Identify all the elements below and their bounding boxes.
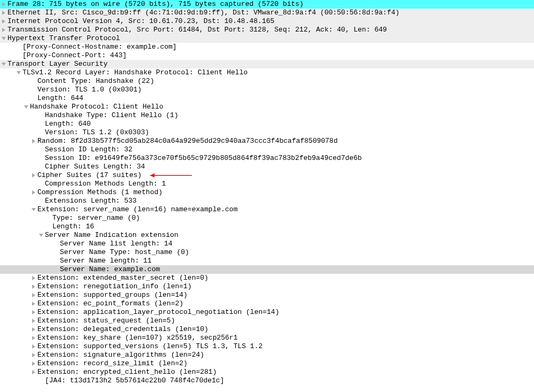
tree-row[interactable]: Transmission Control Protocol, Src Port:… (0, 26, 534, 34)
expand-icon[interactable] (30, 139, 37, 143)
expand-icon[interactable] (0, 11, 7, 15)
expand-icon[interactable] (0, 19, 7, 24)
tree-row-label: Random: 8f2d33b577f5cd05ab284c0a64a929e5… (37, 137, 338, 145)
tree-row-label: Server Name: example.com (60, 265, 160, 274)
tree-row[interactable]: Extension: status_request (len=5) (0, 317, 534, 325)
collapse-icon[interactable] (37, 233, 45, 237)
tree-row[interactable]: Server Name Type: host_name (0) (0, 248, 534, 257)
tree-row-label: Extension: application_layer_protocol_ne… (37, 308, 279, 317)
tree-row[interactable]: Compression Methods Length: 1 (0, 180, 534, 188)
tree-row-label: Extension: key_share (len=107) x25519, s… (37, 334, 237, 342)
tree-row[interactable]: Extension: encrypted_client_hello (len=2… (0, 368, 534, 376)
tree-row[interactable]: [Proxy-Connect-Hostname: example.com] (0, 43, 534, 51)
tree-row-label: Extension: extended_master_secret (len=0… (37, 274, 208, 282)
tree-row[interactable]: Extension: key_share (len=107) x25519, s… (0, 334, 534, 342)
tree-row[interactable]: Length: 16 (0, 222, 534, 231)
tree-row[interactable]: Version: TLS 1.2 (0x0303) (0, 128, 534, 137)
tree-row[interactable]: Extension: supported_versions (len=5) TL… (0, 342, 534, 351)
tree-row[interactable]: Session ID Length: 32 (0, 145, 534, 154)
tree-row-label: Extension: server_name (len=16) name=exa… (37, 205, 237, 214)
tree-row[interactable]: TLSv1.2 Record Layer: Handshake Protocol… (0, 68, 534, 77)
cipher-suites-row[interactable]: Cipher Suites (17 suites) (0, 171, 534, 180)
tree-row-label: Hypertext Transfer Protocol (7, 34, 120, 43)
tree-row-label: Ethernet II, Src: Cisco_9d:b9:ff (4c:71:… (7, 9, 399, 17)
tree-row-label: Version: TLS 1.2 (0x0303) (45, 128, 149, 137)
tree-row-label: [JA4: t13d1713h2 5b57614c22b0 748f4c70de… (45, 376, 224, 385)
tree-row-label: Compression Methods Length: 1 (45, 180, 166, 188)
tree-row[interactable]: Internet Protocol Version 4, Src: 10.61.… (0, 17, 534, 26)
tree-row[interactable]: Extension: supported_groups (len=14) (0, 291, 534, 299)
tree-row[interactable]: Extensions Length: 533 (0, 197, 534, 205)
tree-row[interactable]: Hypertext Transfer Protocol (0, 34, 534, 43)
expand-icon[interactable] (30, 190, 37, 195)
tree-row[interactable]: Content Type: Handshake (22) (0, 77, 534, 86)
expand-icon[interactable] (0, 28, 7, 32)
collapse-icon[interactable] (0, 36, 7, 41)
expand-icon[interactable] (30, 293, 37, 297)
tree-row[interactable]: Handshake Protocol: Client Hello (0, 103, 534, 111)
expand-icon[interactable] (30, 370, 37, 374)
collapse-icon[interactable] (0, 62, 7, 66)
tree-row[interactable]: Server Name length: 11 (0, 257, 534, 265)
tree-row-label: Transport Layer Security (7, 60, 107, 68)
expand-icon[interactable] (30, 285, 37, 289)
tree-row[interactable]: Version: TLS 1.0 (0x0301) (0, 86, 534, 94)
tree-row[interactable]: Extension: delegated_credentials (len=10… (0, 325, 534, 334)
tree-row[interactable]: Length: 644 (0, 94, 534, 103)
tree-row-label: Transmission Control Protocol, Src Port:… (7, 26, 387, 34)
tree-row[interactable]: Frame 28: 715 bytes on wire (5720 bits),… (0, 0, 534, 9)
tree-row[interactable]: Session ID: e91649fe756a373ce70f5b65c972… (0, 154, 534, 163)
tree-row[interactable]: Ethernet II, Src: Cisco_9d:b9:ff (4c:71:… (0, 9, 534, 17)
tree-row-label: Extensions Length: 533 (45, 197, 137, 205)
tree-row-label: Length: 644 (37, 94, 83, 103)
server-name-value-row[interactable]: Server Name: example.com (0, 265, 534, 274)
tree-row[interactable]: Extension: application_layer_protocol_ne… (0, 308, 534, 317)
tree-row-label: Server Name list length: 14 (60, 240, 173, 248)
expand-icon[interactable] (30, 353, 37, 357)
collapse-icon[interactable] (30, 207, 37, 212)
expand-icon[interactable] (30, 327, 37, 332)
tree-row-label: [Proxy-Connect-Hostname: example.com] (22, 43, 177, 51)
tree-row-label: Extension: supported_versions (len=5) TL… (37, 342, 262, 351)
expand-icon[interactable] (30, 344, 37, 349)
collapse-icon[interactable] (15, 71, 22, 75)
expand-icon[interactable] (0, 2, 7, 6)
tree-row[interactable]: Extension: signature_algorithms (len=24) (0, 351, 534, 359)
collapse-icon[interactable] (22, 105, 30, 109)
tree-row-label: Server Name Indication extension (45, 231, 179, 240)
tree-row[interactable]: [JA4: t13d1713h2 5b57614c22b0 748f4c70de… (0, 376, 534, 385)
tree-row-label: Internet Protocol Version 4, Src: 10.61.… (7, 17, 274, 26)
expand-icon[interactable] (30, 310, 37, 314)
tree-row[interactable]: Length: 640 (0, 120, 534, 128)
tree-row-label: Extension: signature_algorithms (len=24) (37, 351, 204, 359)
tree-row[interactable]: Type: server_name (0) (0, 214, 534, 222)
expand-icon[interactable] (30, 302, 37, 306)
tree-row[interactable]: Extension: record_size_limit (len=2) (0, 359, 534, 368)
tree-row-label: Cipher Suites (17 suites) (37, 171, 142, 180)
tree-row[interactable]: Handshake Type: Client Hello (1) (0, 111, 534, 120)
expand-icon[interactable] (30, 276, 37, 280)
tree-row-label: Server Name length: 11 (60, 257, 152, 265)
tree-row-label: Compression Methods (1 method) (37, 188, 162, 197)
tree-row[interactable]: Compression Methods (1 method) (0, 188, 534, 197)
tree-row[interactable]: Extension: server_name (len=16) name=exa… (0, 205, 534, 214)
tree-row[interactable]: Extension: renegotiation_info (len=1) (0, 282, 534, 291)
tree-row[interactable]: Cipher Suites Length: 34 (0, 163, 534, 171)
tree-row[interactable]: Transport Layer Security (0, 60, 534, 68)
tree-row[interactable]: [Proxy-Connect-Port: 443] (0, 51, 534, 60)
tree-row-label: Server Name Type: host_name (0) (60, 248, 189, 257)
tree-row[interactable]: Extension: ec_point_formats (len=2) (0, 299, 534, 308)
tree-row[interactable]: Random: 8f2d33b577f5cd05ab284c0a64a929e5… (0, 137, 534, 145)
tree-row-label: Type: server_name (0) (52, 214, 140, 222)
expand-icon[interactable] (30, 336, 37, 340)
expand-icon[interactable] (30, 319, 37, 323)
tree-row[interactable]: Extension: extended_master_secret (len=0… (0, 274, 534, 282)
expand-icon[interactable] (30, 362, 37, 366)
tree-row-label: Extension: encrypted_client_hello (len=2… (37, 368, 216, 376)
expand-icon[interactable] (30, 173, 37, 178)
tree-row[interactable]: Server Name list length: 14 (0, 240, 534, 248)
tree-row-label: Handshake Protocol: Client Hello (30, 103, 164, 111)
tree-row[interactable]: Server Name Indication extension (0, 231, 534, 240)
tree-row-label: Handshake Type: Client Hello (1) (45, 111, 179, 120)
tree-row-label: Extension: ec_point_formats (len=2) (37, 299, 183, 308)
